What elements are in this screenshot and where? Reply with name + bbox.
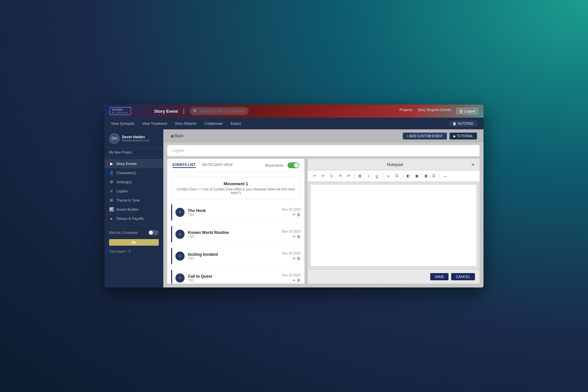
toolbar-cut-button[interactable]: ✂ bbox=[311, 172, 318, 180]
characters-icon: 👤 bbox=[109, 171, 114, 175]
sidebar-item-label: Character(s) bbox=[116, 171, 136, 175]
event-date: Nov 20 2020 bbox=[282, 208, 301, 211]
toolbar-align-center-button[interactable]: ▣ bbox=[413, 172, 420, 180]
sidebar-item-label: Setting(s) bbox=[116, 180, 132, 184]
edit-icon[interactable]: ✏ bbox=[293, 278, 296, 283]
movements-label: Movements : bbox=[265, 163, 286, 167]
event-actions: ✏ 🗑 bbox=[282, 256, 301, 261]
project-name: My New Project bbox=[105, 148, 163, 157]
progress-label: 0% bbox=[132, 241, 136, 244]
delete-icon[interactable]: 🗑 bbox=[297, 278, 301, 283]
sidebar-item-characters[interactable]: 👤 Character(s) bbox=[105, 168, 163, 177]
sidebar-item-scene-builder[interactable]: 📊 Scene Builder bbox=[105, 205, 163, 214]
logline-label: Logline bbox=[172, 148, 185, 153]
event-info: The Hook TBD bbox=[188, 208, 279, 217]
notepad-content bbox=[310, 184, 477, 267]
sub-nav-view-treatment[interactable]: View Treatment bbox=[142, 122, 167, 125]
notepad-save-button[interactable]: SAVE bbox=[430, 273, 449, 280]
notepad-cancel-button[interactable]: CANCEL bbox=[451, 273, 475, 280]
delete-icon[interactable]: 🗑 bbox=[297, 213, 301, 217]
tab-events-list[interactable]: EVENTS LIST bbox=[172, 163, 196, 168]
events-tabs: EVENTS LIST NOTECARD VIEW Movements : bbox=[167, 159, 304, 172]
event-accent bbox=[171, 270, 172, 284]
search-input[interactable] bbox=[190, 107, 249, 115]
user-name: Devin Halden bbox=[122, 135, 150, 139]
toolbar-redo-button[interactable]: ⟳ bbox=[345, 172, 352, 180]
event-status: TBD bbox=[188, 257, 279, 260]
logout-button[interactable]: ⏻ Logout bbox=[456, 108, 478, 114]
sidebar-item-theme-tone[interactable]: ⊞ Theme & Tone bbox=[105, 196, 163, 205]
delete-icon[interactable]: 🗑 bbox=[297, 235, 301, 239]
sub-nav: View Synopsis View Treatment Story Blüpr… bbox=[105, 118, 483, 129]
notepad-icon: 📋 bbox=[452, 122, 456, 125]
event-avatar: ✦ bbox=[175, 252, 185, 261]
sidebar-item-label: Story Events bbox=[116, 162, 137, 166]
toolbar-italic-button[interactable]: I bbox=[365, 172, 372, 180]
event-actions: ✏ 🗑 bbox=[282, 235, 301, 239]
toolbar-align-left-button[interactable]: ◧ bbox=[405, 172, 412, 180]
progress-bar: 0% bbox=[109, 239, 159, 246]
setups-payoffs-icon: ▸ bbox=[109, 216, 114, 221]
toolbar-align-justify-button[interactable]: ☰ bbox=[430, 172, 437, 180]
event-status: TBD bbox=[188, 235, 279, 238]
delete-icon[interactable]: 🗑 bbox=[297, 256, 301, 261]
sidebar-item-logline[interactable]: ≡ Logline bbox=[105, 187, 163, 196]
toolbar-divider2 bbox=[383, 173, 383, 179]
logo-text: STORY bbox=[112, 108, 129, 112]
nav-projects-link[interactable]: Projects bbox=[400, 108, 413, 114]
event-avatar: ✦ bbox=[175, 273, 185, 283]
edit-icon[interactable]: ✏ bbox=[293, 256, 296, 261]
event-actions: ✏ 🗑 bbox=[282, 213, 301, 217]
event-title: Inciting Incident bbox=[188, 252, 279, 257]
events-list: Movement 1 Comfort Zone > < Out of Comfo… bbox=[167, 172, 304, 284]
toolbar-hr-button[interactable]: — bbox=[442, 172, 449, 180]
event-meta: Nov 20 2020 ✏ 🗑 bbox=[282, 230, 301, 239]
sub-nav-view-synopsis[interactable]: View Synopsis bbox=[111, 122, 134, 125]
toolbar-undo-button[interactable]: ↩ bbox=[319, 172, 327, 180]
scene-builder-icon: 📊 bbox=[109, 207, 114, 212]
sub-nav-collaborate[interactable]: Collaborate bbox=[204, 122, 223, 125]
movement-block: Movement 1 Comfort Zone > < Out of Comfo… bbox=[171, 177, 301, 199]
back-button[interactable]: ◀ Back bbox=[170, 133, 184, 139]
toolbar-divider4 bbox=[439, 173, 440, 179]
user-section: DH Devin Halden dhalden@plocvl.com bbox=[105, 129, 163, 148]
sidebar-item-setups-payoffs[interactable]: ▸ Setups & Payoffs bbox=[105, 214, 163, 223]
event-status: TBD bbox=[188, 279, 279, 282]
toolbar-list-ordered-button[interactable]: ≡ bbox=[385, 172, 392, 180]
event-status: TBD bbox=[188, 213, 279, 217]
notepad-close-button[interactable]: ✕ bbox=[471, 162, 475, 167]
event-date: Nov 20 2020 bbox=[282, 252, 301, 255]
avatar: DH bbox=[109, 133, 120, 144]
sidebar-item-settings[interactable]: ⚙ Setting(s) bbox=[105, 177, 163, 187]
main-layout: DH Devin Halden dhalden@plocvl.com My Ne… bbox=[105, 129, 483, 287]
notepad-header: Notepad ✕ bbox=[308, 159, 480, 171]
movement-title: Movement 1 bbox=[175, 181, 296, 186]
tutorial-button[interactable]: ▶ TUTORIAL bbox=[449, 133, 477, 139]
toolbar-align-right-button[interactable]: ◨ bbox=[422, 172, 429, 180]
mark-completed-toggle[interactable] bbox=[148, 230, 159, 235]
sub-nav-export[interactable]: Export bbox=[231, 122, 241, 125]
edit-icon[interactable]: ✏ bbox=[293, 235, 296, 239]
add-custom-event-button[interactable]: + ADD CUSTOM EVENT bbox=[403, 133, 447, 139]
movements-knob bbox=[294, 163, 299, 168]
story-events-icon: ▶ bbox=[109, 161, 114, 166]
logline-bar: Logline bbox=[167, 145, 480, 156]
toolbar-undo2-button[interactable]: ⟲ bbox=[336, 172, 344, 180]
sub-nav-story-bluprint[interactable]: Story Blüprint bbox=[175, 122, 197, 125]
notepad-button[interactable]: 📋 NOTEPAD bbox=[449, 121, 477, 127]
event-item-known-world: ✦ Known World Routine TBD Nov 20 2020 ✏ … bbox=[167, 223, 304, 245]
toolbar-copy-button[interactable]: ⎘ bbox=[328, 172, 335, 180]
toolbar-bold-button[interactable]: B bbox=[356, 172, 364, 180]
movements-switch[interactable] bbox=[287, 162, 299, 168]
edit-icon[interactable]: ✏ bbox=[293, 213, 296, 217]
notepad-toolbar: ✂ ↩ ⎘ ⟲ ⟳ B I U ≡ ☰ ◧ ▣ bbox=[308, 171, 480, 182]
sidebar-item-story-events[interactable]: ▶ Story Events bbox=[105, 159, 163, 168]
tab-notecard-view[interactable]: NOTECARD VIEW bbox=[202, 163, 233, 168]
toolbar-list-unordered-button[interactable]: ☰ bbox=[393, 172, 400, 180]
notepad-textarea[interactable] bbox=[311, 185, 477, 266]
breadcrumb-actions: + ADD CUSTOM EVENT ▶ TUTORIAL bbox=[403, 133, 477, 139]
nav-story-bluprint-events-link[interactable]: Story Bluprint Events bbox=[418, 108, 451, 114]
toolbar-underline-button[interactable]: U bbox=[373, 172, 381, 180]
sidebar-menu: ▶ Story Events 👤 Character(s) ⚙ Setting(… bbox=[105, 157, 163, 287]
sidebar-divider bbox=[109, 225, 159, 225]
